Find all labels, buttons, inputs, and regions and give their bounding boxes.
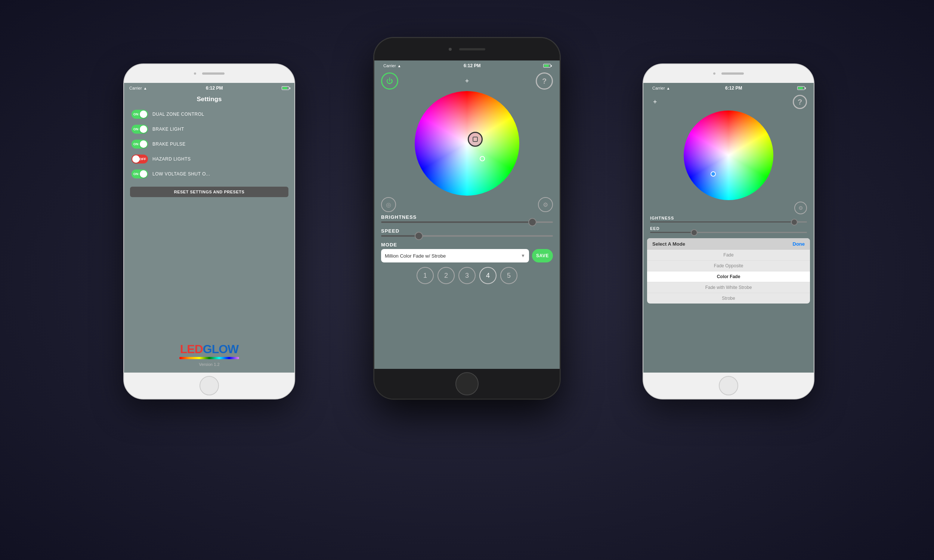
status-left: Carrier ▲ [129, 86, 147, 90]
right-phone-top-bar [643, 64, 814, 83]
logo-glow: GLOW [203, 342, 239, 356]
battery-icon-center [543, 64, 551, 68]
speaker-bar-right [721, 72, 744, 75]
speed-thumb[interactable] [415, 232, 423, 240]
preset-label-1: 1 [423, 272, 427, 280]
mode-panel-done[interactable]: Done [793, 241, 805, 247]
toggle-low-voltage[interactable]: ON [131, 169, 148, 178]
right-speed-section: EED [647, 226, 810, 237]
status-right-center [543, 64, 551, 68]
plus-icon-right[interactable]: + [653, 98, 657, 106]
mode-item-fade-white-strobe[interactable]: Fade with White Strobe [647, 282, 810, 293]
version-text: Version 1.2 [199, 362, 219, 367]
preset-button-4[interactable]: 4 [479, 267, 496, 284]
preset-button-2[interactable]: 2 [438, 267, 455, 284]
color-picker-small[interactable] [480, 156, 485, 161]
status-time-left: 6:12 PM [206, 86, 223, 91]
settings-screen: Carrier ▲ 6:12 PM Settings ON DUAL ZO [124, 83, 294, 372]
mode-item-color-fade[interactable]: Color Fade [647, 271, 810, 282]
ledglow-logo: LEDGLOW [180, 342, 239, 356]
toggle-brake-light[interactable]: ON [131, 125, 148, 134]
color-wheel[interactable] [415, 91, 519, 195]
camera-dot-center [449, 48, 452, 51]
mode-item-fade-opposite[interactable]: Fade Opposite [647, 261, 810, 271]
right-speed-thumb[interactable] [691, 229, 698, 236]
right-top-controls: + ? [647, 93, 810, 109]
battery-fill-right [798, 87, 803, 89]
right-gear-button[interactable]: ⚙ [794, 202, 807, 214]
right-color-wheel[interactable] [684, 111, 773, 200]
color-wheel-container[interactable] [415, 91, 519, 195]
wheel-bottom-controls: ◎ ⚙ [378, 197, 556, 212]
toggle-row-hazard: OFF HAZARD LIGHTS [124, 152, 294, 166]
home-button-wrap-center [375, 369, 559, 399]
right-color-wheel-container[interactable] [684, 111, 773, 200]
preset-button-3[interactable]: 3 [458, 267, 476, 284]
right-brightness-section: IGHTNESS [647, 216, 810, 226]
mode-item-fade[interactable]: Fade [647, 250, 810, 261]
home-button-center[interactable] [455, 372, 479, 395]
right-speed-track[interactable] [650, 232, 807, 233]
speaker-bar-center [459, 48, 485, 51]
speaker-bar [202, 72, 225, 75]
help-icon-right: ? [798, 98, 802, 106]
wifi-icon-right: ▲ [666, 86, 670, 90]
toggle-knob-5 [140, 170, 147, 178]
right-screen: Carrier ▲ 6:12 PM + ? [643, 83, 814, 372]
toggle-label-dual-zone: DUAL ZONE CONTROL [153, 112, 204, 117]
preset-label-5: 5 [507, 272, 511, 280]
home-button-wrap-left [124, 372, 294, 399]
battery-icon-left [282, 86, 289, 90]
right-phone: Carrier ▲ 6:12 PM + ? [643, 63, 814, 400]
center-phone-top-bar [375, 38, 559, 60]
toggle-on-label-2: ON [133, 127, 139, 131]
plus-icon[interactable]: + [465, 77, 469, 85]
status-left-right: Carrier ▲ [652, 86, 670, 90]
help-button-right[interactable]: ? [793, 95, 807, 109]
speed-label: SPEED [381, 228, 553, 234]
power-icon: ⏻ [386, 77, 393, 85]
toggle-knob [140, 111, 147, 118]
camera-dot [194, 72, 196, 75]
color-picker[interactable] [468, 132, 483, 147]
preset-label-4: 4 [486, 272, 490, 280]
right-brightness-thumb[interactable] [791, 219, 798, 226]
gear-icon: ⚙ [543, 201, 548, 208]
mode-selector[interactable]: Million Color Fade w/ Strobe ▼ [381, 249, 529, 263]
speed-fill [381, 235, 419, 237]
center-phone: Carrier ▲ 6:12 PM ⏻ + ? [374, 37, 560, 400]
target-button[interactable]: ◎ [381, 197, 396, 212]
home-button-left[interactable] [199, 376, 219, 395]
speed-track[interactable] [381, 235, 553, 237]
toggle-brake-pulse[interactable]: ON [131, 140, 148, 149]
right-brightness-track[interactable] [650, 222, 807, 223]
power-button[interactable]: ⏻ [381, 72, 398, 89]
brightness-label: BRIGHTNESS [381, 214, 553, 220]
target-icon: ◎ [386, 201, 391, 208]
gear-button[interactable]: ⚙ [538, 197, 553, 212]
toggle-label-low-voltage: LOW VOLTAGE SHUT O... [153, 171, 210, 177]
mode-arrow-icon: ▼ [521, 253, 525, 258]
brightness-thumb[interactable] [528, 218, 536, 226]
brightness-track[interactable] [381, 222, 553, 223]
toggle-on-label: ON [133, 112, 139, 116]
preset-label-3: 3 [465, 272, 469, 280]
preset-button-1[interactable]: 1 [416, 267, 434, 284]
main-screen: Carrier ▲ 6:12 PM ⏻ + ? [375, 60, 559, 369]
right-brightness-fill [650, 222, 794, 223]
status-time-right: 6:12 PM [725, 86, 742, 91]
right-gear-icon: ⚙ [798, 205, 803, 211]
status-right-right [797, 86, 805, 90]
toggle-dual-zone[interactable]: ON [131, 110, 148, 119]
carrier-label: Carrier [129, 86, 142, 90]
preset-label-2: 2 [444, 272, 448, 280]
home-button-right[interactable] [719, 376, 738, 395]
reset-button[interactable]: RESET SETTINGS AND PRESETS [130, 187, 288, 197]
mode-item-strobe[interactable]: Strobe [647, 293, 810, 303]
save-button[interactable]: SAVE [532, 249, 553, 263]
preset-button-5[interactable]: 5 [500, 267, 518, 284]
toggle-label-hazard: HAZARD LIGHTS [153, 157, 191, 162]
help-button[interactable]: ? [536, 72, 553, 89]
mode-section: MODE Million Color Fade w/ Strobe ▼ SAVE [378, 242, 556, 263]
toggle-hazard[interactable]: OFF [131, 155, 148, 163]
